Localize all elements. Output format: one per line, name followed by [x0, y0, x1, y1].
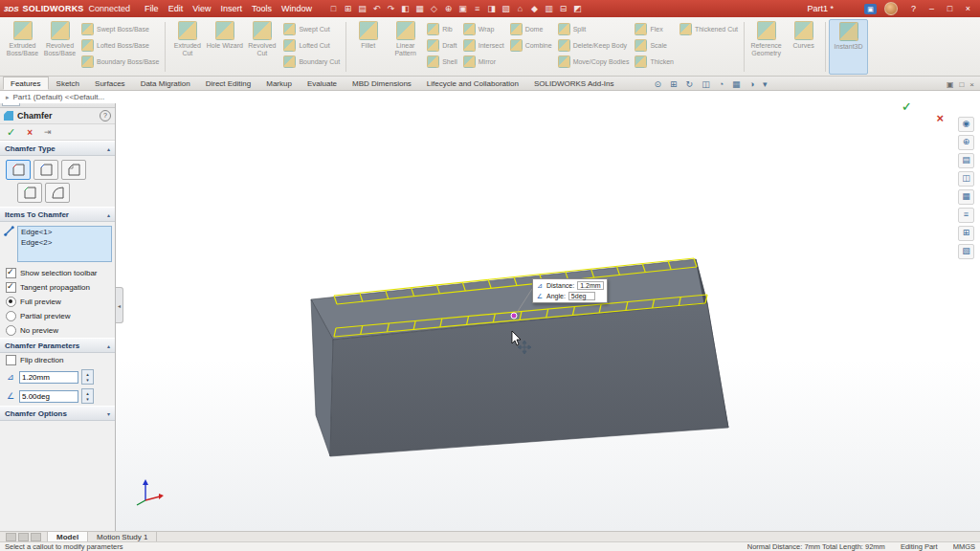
dome-button[interactable]: Dome — [510, 23, 552, 35]
confirm-ok-button[interactable]: ✓ — [901, 103, 913, 115]
pane-icon-2[interactable]: × — [969, 80, 974, 89]
quick-tool-icon-6[interactable]: ▦ — [414, 4, 425, 13]
partial-preview-radio[interactable]: Partial preview — [0, 309, 115, 323]
instant3d-button[interactable]: Instant3D — [829, 19, 868, 75]
headsup-icon-0[interactable]: ⊙ — [655, 79, 662, 89]
ok-button[interactable]: ✓ — [7, 126, 15, 139]
quick-tool-icon-11[interactable]: ◨ — [486, 4, 497, 13]
help-icon[interactable]: ? — [100, 110, 111, 121]
chamfer-distance-input[interactable] — [19, 371, 78, 384]
menu-view[interactable]: View — [188, 4, 215, 13]
tab-features[interactable]: Features — [3, 77, 49, 90]
status-units[interactable]: MMGS — [953, 542, 975, 551]
section-chamfer-options[interactable]: Chamfer Options ▾ — [0, 406, 115, 421]
quick-tool-icon-8[interactable]: ⊕ — [443, 4, 454, 13]
tab-data-migration[interactable]: Data Migration — [133, 77, 198, 90]
view-tool-icon-5[interactable]: ≡ — [958, 208, 974, 223]
view-tool-icon-4[interactable]: ▦ — [958, 189, 974, 205]
confirm-cancel-button[interactable]: × — [936, 111, 944, 125]
pane-icon-0[interactable]: ▣ — [947, 80, 954, 89]
reference-geometry-button[interactable]: Reference Geometry — [747, 19, 785, 75]
quick-tool-icon-14[interactable]: ◆ — [529, 4, 540, 13]
curves-button[interactable]: Curves — [785, 19, 822, 75]
tab-mbd-dimensions[interactable]: MBD Dimensions — [345, 77, 419, 90]
delete-keep-body-button[interactable]: Delete/Keep Body — [558, 39, 630, 52]
revolved-boss-base-button[interactable]: Revolved Boss/Base — [41, 19, 78, 75]
tab-solidworks-add-ins[interactable]: SOLIDWORKS Add-Ins — [526, 77, 622, 90]
scale-button[interactable]: Scale — [635, 39, 674, 52]
angle-distance-button[interactable] — [6, 160, 31, 180]
quick-tool-icon-13[interactable]: ⌂ — [515, 4, 525, 13]
tab-sketch[interactable]: Sketch — [49, 77, 87, 90]
tab-lifecycle-and-collaboration[interactable]: Lifecycle and Collaboration — [419, 77, 526, 90]
view-tool-icon-0[interactable]: ◉ — [958, 117, 974, 132]
quick-tool-icon-0[interactable]: □ — [328, 4, 339, 13]
show-selection-toolbar-checkbox[interactable]: Show selection toolbar — [0, 266, 115, 280]
headsup-icon-7[interactable]: ▾ — [763, 79, 768, 89]
combine-button[interactable]: Combine — [510, 39, 552, 52]
tab-direct-editing[interactable]: Direct Editing — [198, 77, 259, 90]
radio[interactable] — [6, 297, 16, 307]
view-tool-icon-1[interactable]: ⊕ — [958, 135, 974, 150]
headsup-icon-1[interactable]: ⊞ — [670, 79, 678, 89]
linear-pattern-button[interactable]: Linear Pattern — [387, 19, 424, 75]
rib-button[interactable]: Rib — [427, 23, 457, 35]
vertex-button[interactable] — [61, 160, 86, 180]
section-items-to-chamfer[interactable]: Items To Chamfer ▴ — [0, 207, 115, 222]
wrap-button[interactable]: Wrap — [463, 23, 504, 35]
distance-distance-button[interactable] — [33, 160, 58, 180]
tab-strip-controls[interactable] — [0, 532, 48, 541]
view-tool-icon-2[interactable]: ▤ — [958, 153, 974, 168]
tangent-propagation-checkbox[interactable]: Tangent propagation — [0, 280, 115, 295]
revolved-cut-button[interactable]: Revolved Cut — [243, 19, 280, 75]
extruded-cut-button[interactable]: Extruded Cut — [168, 19, 206, 75]
quick-tool-icon-16[interactable]: ⊟ — [558, 4, 568, 13]
no-preview-radio[interactable]: No preview — [0, 323, 115, 338]
chamfer-drag-handle[interactable] — [511, 313, 517, 319]
tab-model[interactable]: Model — [48, 532, 88, 541]
hole-wizard-button[interactable]: Hole Wizard — [206, 19, 243, 75]
menu-file[interactable]: File — [140, 4, 164, 13]
distance-spinner[interactable]: ▴▾ — [81, 369, 94, 385]
headsup-icon-6[interactable]: ◑ — [749, 79, 754, 89]
selection-item[interactable]: Edge<1> — [21, 228, 108, 238]
headsup-icon-2[interactable]: ↻ — [686, 79, 694, 89]
boundary-cut-button[interactable]: Boundary Cut — [283, 55, 340, 68]
pane-icon-1[interactable]: □ — [959, 80, 964, 89]
angle-spinner[interactable]: ▴▾ — [81, 388, 94, 404]
minimize-button[interactable]: – — [924, 4, 940, 13]
help-button[interactable]: ? — [905, 4, 922, 13]
quick-tool-icon-17[interactable]: ◩ — [572, 4, 583, 13]
quick-tool-icon-5[interactable]: ◧ — [400, 4, 411, 13]
lofted-boss-base-button[interactable]: Lofted Boss/Base — [81, 39, 159, 52]
chamfer-angle-input[interactable] — [19, 390, 78, 403]
swept-cut-button[interactable]: Swept Cut — [283, 23, 340, 35]
checkbox[interactable] — [6, 355, 16, 365]
tab-markup[interactable]: Markup — [258, 77, 300, 90]
swept-boss-base-button[interactable]: Swept Boss/Base — [81, 23, 159, 35]
quick-tool-icon-3[interactable]: ↶ — [371, 4, 382, 13]
split-button[interactable]: Split — [558, 23, 630, 35]
checkbox[interactable] — [6, 268, 16, 278]
callout-angle-value[interactable]: 5deg — [568, 292, 595, 300]
quick-tool-icon-7[interactable]: ◇ — [429, 4, 439, 13]
move-copy-bodies-button[interactable]: Move/Copy Bodies — [558, 55, 630, 68]
offset-face-button[interactable] — [17, 183, 42, 203]
view-tool-icon-3[interactable]: ◫ — [958, 171, 974, 187]
fillet-button[interactable]: Fillet — [349, 19, 387, 75]
graphics-viewport[interactable]: ✓ × ◉⊕▤◫▦≡⊞▧ ⊿ Distance: 1.2mm ∠ Angle: … — [116, 103, 980, 531]
menu-tools[interactable]: Tools — [247, 4, 277, 13]
edge-selection-listbox[interactable]: Edge<1>Edge<2> — [17, 226, 112, 262]
panel-collapse-handle[interactable]: ◂ — [116, 287, 123, 323]
quick-tool-icon-15[interactable]: ▥ — [544, 4, 554, 13]
maximize-button[interactable]: □ — [942, 4, 958, 13]
quick-tool-icon-1[interactable]: ⊞ — [343, 4, 353, 13]
tab-surfaces[interactable]: Surfaces — [87, 77, 133, 90]
extruded-boss-base-button[interactable]: Extruded Boss/Base — [4, 19, 41, 75]
view-tool-icon-7[interactable]: ▧ — [958, 244, 974, 259]
checkbox[interactable] — [6, 282, 16, 293]
face-face-button[interactable] — [45, 183, 70, 203]
headsup-icon-4[interactable]: ◔ — [719, 79, 724, 89]
pin-icon[interactable]: ⇥ — [44, 127, 52, 137]
quick-tool-icon-12[interactable]: ▧ — [501, 4, 511, 13]
